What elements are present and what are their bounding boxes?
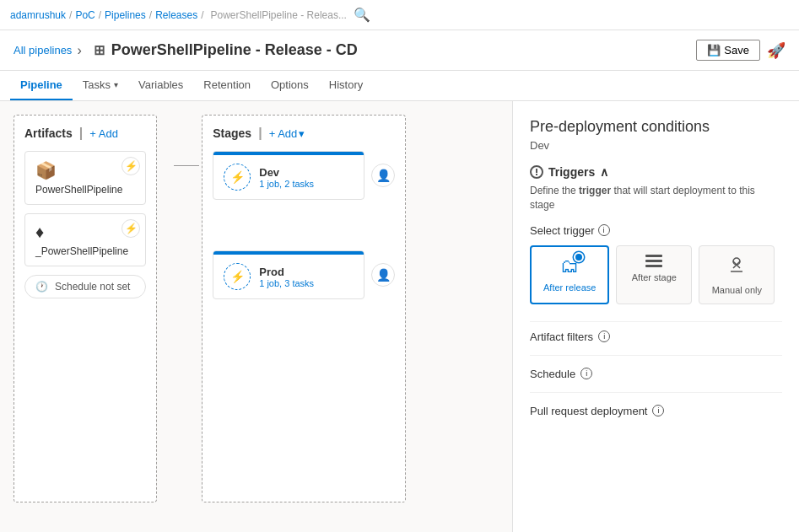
save-icon: 💾 <box>707 44 721 56</box>
manual-only-label: Manual only <box>712 285 762 295</box>
schedule-card[interactable]: 🕐 Schedule not set <box>24 275 146 298</box>
triggers-section-header[interactable]: Triggers ∧ <box>530 165 782 179</box>
main-content: Artifacts | + Add ⚡ 📦 PowerShellPipeline… <box>0 101 799 532</box>
stage-body-prod: ⚡ Prod 1 job, 3 tasks <box>213 255 364 298</box>
pull-request-info-icon[interactable]: i <box>652 405 664 416</box>
pipeline-type-icon: ⊞ <box>94 42 105 58</box>
breadcrumb-bar: adamrushuk / PoC / Pipelines / Releases … <box>0 0 799 30</box>
artifact-filters-section[interactable]: Artifact filters i <box>530 330 782 356</box>
trigger-option-after-stage[interactable]: After stage <box>616 245 692 304</box>
stage-name-dev: Dev <box>259 166 354 179</box>
pipeline-canvas: Artifacts | + Add ⚡ 📦 PowerShellPipeline… <box>0 101 512 532</box>
tab-history[interactable]: History <box>319 71 373 100</box>
search-icon[interactable]: 🔍 <box>354 7 370 23</box>
schedule-label: Schedule not set <box>55 281 130 293</box>
back-label: All pipelines <box>13 44 72 56</box>
pull-request-section[interactable]: Pull request deployment i <box>530 405 782 429</box>
artifact-card-2[interactable]: ⚡ ♦ _PowerShellPipeline <box>24 213 146 266</box>
pull-request-label: Pull request deployment <box>530 405 647 417</box>
artifacts-section: Artifacts | + Add ⚡ 📦 PowerShellPipeline… <box>13 115 157 502</box>
artifact-name-1: PowerShellPipeline <box>35 184 135 196</box>
stage-person-icon-dev[interactable]: 👤 <box>371 164 395 187</box>
breadcrumb-sep2: / <box>99 9 101 21</box>
select-trigger-info-icon[interactable]: i <box>598 224 610 236</box>
stages-header: Stages | + Add ▾ <box>213 126 395 141</box>
breadcrumb-releases[interactable]: Releases <box>155 9 197 21</box>
artifact-card-1[interactable]: ⚡ 📦 PowerShellPipeline <box>24 151 146 205</box>
stage-tasks-dev: 1 job, 2 tasks <box>259 179 354 189</box>
add-stage-chevron-icon: ▾ <box>299 127 305 140</box>
triggers-icon <box>530 165 543 179</box>
stage-tasks-prod: 1 job, 3 tasks <box>259 278 354 288</box>
stage-info-prod: Prod 1 job, 3 tasks <box>259 266 354 288</box>
back-to-all-pipelines[interactable]: All pipelines <box>13 44 72 56</box>
select-trigger-label: Select trigger i <box>530 224 782 237</box>
after-stage-label: After stage <box>632 272 677 282</box>
breadcrumb-poc[interactable]: PoC <box>75 9 94 21</box>
header-actions: 💾 Save 🚀 <box>696 40 786 61</box>
artifact-name-2: _PowerShellPipeline <box>35 245 135 257</box>
tab-variables[interactable]: Variables <box>128 71 193 100</box>
stage-person-icon-prod[interactable]: 👤 <box>371 263 395 287</box>
right-panel: Pre-deployment conditions Dev Triggers ∧… <box>512 101 799 532</box>
save-button[interactable]: 💾 Save <box>696 40 760 61</box>
artifact-filters-info-icon[interactable]: i <box>598 330 610 342</box>
pipeline-title-text: PowerShellPipeline - Release - CD <box>111 41 358 59</box>
stage-info-dev: Dev 1 job, 2 tasks <box>259 166 354 189</box>
trigger-radio-selected <box>574 252 584 262</box>
artifact-trigger-icon-2[interactable]: ⚡ <box>121 219 140 238</box>
after-release-label: After release <box>543 282 596 293</box>
trigger-lightning-dev: ⚡ <box>230 170 245 184</box>
triggers-collapse-icon: ∧ <box>600 165 608 179</box>
after-stage-icon <box>645 255 662 267</box>
schedule-section-label: Schedule <box>530 368 575 380</box>
breadcrumb-sep4: / <box>201 9 203 21</box>
connector-1 <box>174 115 199 166</box>
panel-title: Pre-deployment conditions <box>530 118 782 136</box>
artifact-type-icon-1: 📦 <box>35 160 135 180</box>
trigger-lightning-prod: ⚡ <box>230 270 245 283</box>
tab-pipeline[interactable]: Pipeline <box>10 71 73 100</box>
after-release-icon: 🗂 <box>560 255 579 277</box>
breadcrumb-org[interactable]: adamrushuk <box>10 9 66 21</box>
tab-retention[interactable]: Retention <box>193 71 261 100</box>
trigger-options-group: 🗂 After release After stage <box>530 245 782 304</box>
add-stage-button[interactable]: + Add ▾ <box>269 127 305 140</box>
breadcrumb-pipelines[interactable]: Pipelines <box>105 9 146 21</box>
trigger-option-after-release[interactable]: 🗂 After release <box>530 245 609 304</box>
stages-title: Stages <box>213 126 251 140</box>
header-separator: › <box>77 43 81 58</box>
svg-point-0 <box>733 258 740 265</box>
tasks-chevron-icon: ▾ <box>114 80 118 89</box>
stage-name-prod: Prod <box>259 266 354 278</box>
triggers-label: Triggers <box>548 165 595 179</box>
stages-divider: | <box>258 126 262 141</box>
stage-trigger-icon-dev[interactable]: ⚡ <box>224 164 251 191</box>
artifact-filters-label: Artifact filters <box>530 330 593 343</box>
manual-only-icon <box>726 255 747 280</box>
stages-section: Stages | + Add ▾ ⚡ Dev <box>202 115 406 502</box>
trigger-option-manual-only[interactable]: Manual only <box>699 245 775 304</box>
add-artifact-button[interactable]: + Add <box>89 127 118 140</box>
tab-options[interactable]: Options <box>261 71 319 100</box>
page-title: ⊞ PowerShellPipeline - Release - CD <box>94 41 358 59</box>
stage-card-prod[interactable]: ⚡ Prod 1 job, 3 tasks <box>213 250 364 299</box>
panel-subtitle: Dev <box>530 139 782 152</box>
stage-card-dev[interactable]: ⚡ Dev 1 job, 2 tasks <box>213 151 364 200</box>
stage-row-dev: ⚡ Dev 1 job, 2 tasks 👤 <box>213 151 395 200</box>
stage-body-dev: ⚡ Dev 1 job, 2 tasks <box>213 155 364 199</box>
artifact-type-icon-2: ♦ <box>35 223 135 242</box>
divider-1 <box>530 321 782 322</box>
create-release-icon[interactable]: 🚀 <box>767 41 786 60</box>
breadcrumb-current: PowerShellPipeline - Releas... <box>211 9 347 21</box>
stage-trigger-icon-prod[interactable]: ⚡ <box>224 263 251 290</box>
artifact-trigger-icon-1[interactable]: ⚡ <box>121 157 140 175</box>
breadcrumb-sep1: / <box>69 9 72 21</box>
schedule-section[interactable]: Schedule i <box>530 368 782 393</box>
connector-line-1 <box>174 165 199 166</box>
stage-row-prod: ⚡ Prod 1 job, 3 tasks 👤 <box>213 250 395 299</box>
tab-bar: Pipeline Tasks ▾ Variables Retention Opt… <box>0 71 799 101</box>
artifacts-title: Artifacts <box>24 126 73 140</box>
schedule-info-icon[interactable]: i <box>580 368 592 379</box>
tab-tasks[interactable]: Tasks ▾ <box>73 71 128 100</box>
